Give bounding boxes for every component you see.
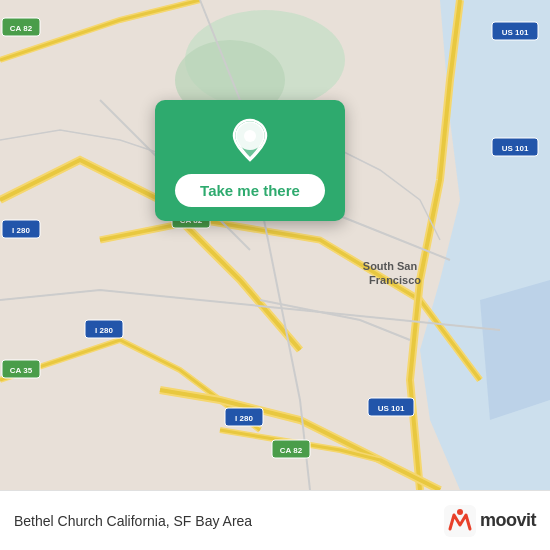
svg-text:I 280: I 280 xyxy=(95,326,113,335)
map-background: CA 82 US 101 US 101 I 280 CA 82 I 280 CA… xyxy=(0,0,550,490)
svg-text:CA 82: CA 82 xyxy=(280,446,303,455)
moovit-icon xyxy=(444,505,476,537)
svg-point-28 xyxy=(457,509,463,515)
svg-text:US 101: US 101 xyxy=(502,144,529,153)
popup-card: Take me there xyxy=(155,100,345,221)
svg-text:CA 82: CA 82 xyxy=(10,24,33,33)
svg-text:Francisco: Francisco xyxy=(369,274,421,286)
svg-text:US 101: US 101 xyxy=(502,28,529,37)
svg-text:I 280: I 280 xyxy=(235,414,253,423)
map-container: CA 82 US 101 US 101 I 280 CA 82 I 280 CA… xyxy=(0,0,550,490)
svg-text:I 280: I 280 xyxy=(12,226,30,235)
svg-text:South San: South San xyxy=(363,260,418,272)
location-pin-icon xyxy=(228,118,272,162)
location-text: Bethel Church California, SF Bay Area xyxy=(14,513,444,529)
moovit-logo: moovit xyxy=(444,505,536,537)
svg-text:CA 35: CA 35 xyxy=(10,366,33,375)
svg-point-26 xyxy=(244,130,256,142)
bottom-bar: Bethel Church California, SF Bay Area mo… xyxy=(0,490,550,550)
take-me-there-button[interactable]: Take me there xyxy=(175,174,325,207)
moovit-brand-text: moovit xyxy=(480,510,536,531)
svg-text:US 101: US 101 xyxy=(378,404,405,413)
